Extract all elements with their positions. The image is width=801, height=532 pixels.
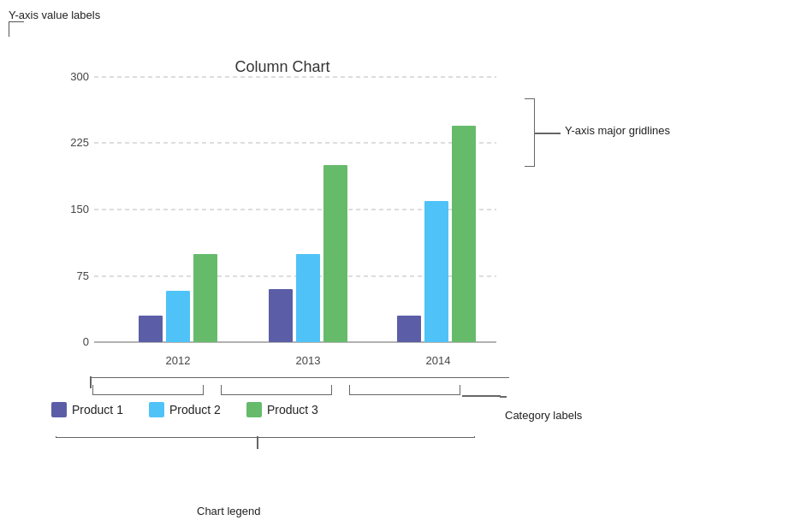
bar-2013-p1 — [269, 289, 293, 342]
y-label-75: 75 — [77, 269, 89, 282]
category-labels-annotation: Category labels — [505, 409, 582, 422]
legend-swatch-p3 — [246, 402, 262, 417]
legend-bracket — [56, 436, 475, 438]
legend-label-p2: Product 2 — [169, 403, 221, 417]
page: Column Chart Y-axis value labels Y-axis … — [0, 0, 801, 532]
chart-svg: 300 225 150 75 0 2012 2013 2014 — [51, 68, 522, 411]
legend-item-p3: Product 3 — [246, 402, 318, 417]
gridlines-bracket — [525, 98, 535, 167]
bar-2012-p2 — [166, 291, 190, 342]
x-label-2013: 2013 — [296, 354, 321, 367]
bar-2013-p2 — [296, 254, 320, 342]
y-label-0: 0 — [83, 335, 89, 348]
legend-item-p1: Product 1 — [51, 402, 123, 417]
bar-2012-p1 — [139, 316, 163, 342]
bar-2014-p3 — [452, 126, 476, 342]
legend-label-p3: Product 3 — [267, 403, 318, 417]
legend-bracket-mid — [257, 436, 258, 449]
y-axis-bracket-icon — [9, 21, 24, 37]
y-label-300: 300 — [70, 70, 89, 83]
y-label-225: 225 — [70, 136, 89, 149]
x-label-2012: 2012 — [166, 354, 191, 367]
legend-swatch-p1 — [51, 402, 67, 417]
chart-legend-annotation: Chart legend — [197, 505, 260, 517]
x-label-2014: 2014 — [426, 354, 451, 367]
legend-item-p2: Product 2 — [149, 402, 221, 417]
chart-legend: Product 1 Product 2 Product 3 — [51, 402, 318, 417]
bar-2014-p1 — [397, 316, 421, 342]
y-axis-label-annotation: Y-axis value labels — [9, 9, 100, 21]
bar-2012-p3 — [193, 254, 217, 342]
bar-2014-p2 — [424, 201, 448, 342]
legend-swatch-p2 — [149, 402, 164, 417]
y-axis-gridlines-annotation: Y-axis major gridlines — [565, 124, 670, 137]
legend-label-p1: Product 1 — [72, 403, 123, 417]
gridlines-bracket-line — [535, 133, 561, 134]
bar-2013-p3 — [323, 165, 347, 342]
y-label-150: 150 — [70, 203, 89, 216]
